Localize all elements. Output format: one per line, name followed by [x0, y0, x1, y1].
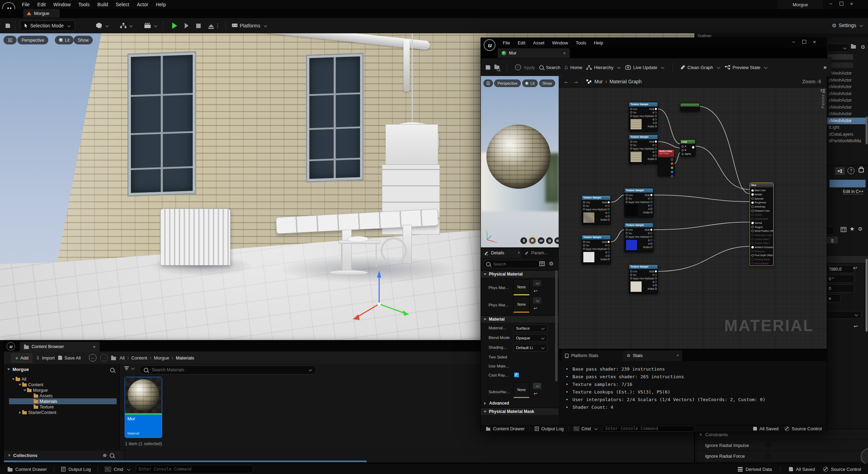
platforms-dropdown[interactable]: Platforms — [240, 23, 268, 28]
viewport-options-menu[interactable] — [3, 36, 17, 44]
section-advanced[interactable]: Advanced — [484, 401, 509, 406]
output-log-button[interactable]: Output Log — [535, 426, 564, 431]
tree-item-all[interactable]: All — [12, 376, 26, 382]
tab-platform-stats[interactable]: Platform Stats — [561, 350, 627, 361]
section-material[interactable]: Material — [481, 315, 561, 323]
material-domain-dropdown[interactable]: Surface — [514, 324, 548, 332]
outliner-row[interactable]: cMeshActor — [827, 97, 866, 104]
outliner-row[interactable]: cMeshActor — [827, 104, 866, 111]
material-output-pin[interactable]: Ambient Occlusion — [751, 245, 773, 249]
home-button[interactable]: ⌂ Home — [565, 64, 582, 70]
source-control-button[interactable]: Source Control — [823, 467, 861, 472]
vertex-color-r-pin[interactable] — [671, 162, 673, 165]
menu-item[interactable]: Tools — [572, 40, 590, 45]
material-output-pin[interactable]: Pixel Depth Offset — [751, 253, 773, 257]
material-output-pin[interactable]: Subsurface Color — [751, 233, 773, 237]
minimize-button[interactable]: − — [826, 1, 836, 7]
blend-mode-dropdown[interactable]: Opaque — [514, 334, 548, 342]
outliner-row[interactable]: cMeshActor — [827, 70, 866, 77]
blueprint-button[interactable] — [835, 167, 845, 175]
shape-sphere-button[interactable] — [529, 237, 536, 244]
ignore-radial-impulse-checkbox[interactable] — [765, 442, 771, 448]
tab-stats[interactable]: ⚙ Stats × — [623, 350, 682, 361]
add-collection-icon[interactable]: ⊕ — [103, 452, 107, 458]
outliner-row[interactable]: dPartitionMiniMa — [827, 138, 866, 145]
details-scrollbar[interactable] — [555, 270, 558, 381]
material-output-pin[interactable]: Custom Data 1 — [751, 241, 773, 245]
menu-item[interactable]: Help — [590, 40, 607, 45]
outliner-row[interactable]: cMeshActor — [827, 77, 866, 84]
tree-item-materials[interactable]: Materials — [34, 399, 57, 404]
material-output-pin[interactable]: Front Material — [751, 261, 773, 265]
help-icon[interactable]: ? — [848, 167, 854, 174]
asset-tile-mur[interactable]: Mur Material — [125, 377, 162, 438]
close-icon[interactable]: × — [93, 345, 95, 349]
chevron-down-icon[interactable] — [309, 368, 312, 371]
outliner-row[interactable]: cMeshActor — [827, 111, 866, 118]
lit-dropdown[interactable]: Lit — [55, 36, 74, 44]
play-button[interactable] — [172, 23, 177, 29]
tab-details[interactable]: Details × — [481, 248, 523, 258]
outliner-row[interactable]: cMeshActor — [827, 84, 866, 91]
subsurface-dropdown-arrow[interactable] — [533, 383, 541, 389]
sources-header[interactable]: Morgue — [7, 367, 29, 372]
material-output-pin[interactable]: Tangent — [751, 225, 773, 229]
show-dropdown[interactable]: Show — [74, 36, 93, 44]
output-log-button[interactable]: Output Log — [61, 467, 91, 472]
menu-item[interactable]: Edit — [514, 40, 529, 45]
lock-icon[interactable] — [859, 168, 864, 172]
close-icon[interactable]: × — [677, 354, 679, 357]
search-assets-input[interactable] — [151, 367, 305, 373]
texture-sample-node[interactable]: Texture SampleUVsTexApply View MipBiasRG… — [629, 102, 658, 132]
material-preview-viewport[interactable]: Perspective Lit Show zx — [481, 76, 559, 247]
use-selected-asset-icon[interactable]: ↩ — [534, 306, 537, 311]
chevron-down-icon[interactable] — [105, 24, 109, 27]
chevron-down-icon[interactable] — [154, 24, 157, 27]
vertex-color-a-pin[interactable] — [671, 175, 673, 177]
search-sources-icon[interactable] — [110, 368, 115, 372]
material-output-pin[interactable]: Emissive Color — [751, 209, 773, 213]
material-output-pin[interactable]: Metallic — [751, 193, 773, 197]
material-output-pin[interactable]: Refraction — [751, 249, 773, 253]
material-graph-canvas[interactable]: ← → Mur › Material Graph Zoom -5 Palette… — [559, 76, 827, 349]
revert-icon[interactable]: ↩ — [853, 265, 857, 271]
perspective-dropdown[interactable]: Perspective — [17, 36, 48, 44]
minimize-button[interactable]: − — [788, 39, 799, 45]
menu-item[interactable]: Build — [93, 2, 112, 7]
menu-item[interactable]: Help — [152, 2, 170, 7]
forward-button[interactable]: → — [100, 354, 108, 362]
blueprints-icon[interactable] — [120, 23, 127, 29]
close-icon[interactable]: × — [518, 251, 520, 255]
apply-button[interactable]: ✓ Apply — [515, 64, 535, 70]
vertex-color-g-pin[interactable] — [671, 167, 673, 169]
outliner-row[interactable]: cMeshActor — [827, 118, 866, 125]
collections-section[interactable]: Collections ⊕ — [4, 450, 125, 460]
search-assets-box[interactable] — [140, 365, 316, 374]
preview-perspective-dropdown[interactable]: Perspective — [494, 79, 521, 87]
selection-mode-dropdown[interactable]: Selection Mode — [20, 20, 75, 31]
details-search-pill[interactable] — [827, 226, 834, 235]
texture-sample-node[interactable]: Texture SampleUVsTexApply View MipBiasRG… — [629, 135, 658, 164]
toolbar-overflow-icon[interactable]: » — [824, 64, 827, 71]
reroute-node[interactable] — [680, 103, 700, 111]
details-settings-icon[interactable]: ⚙ — [858, 226, 862, 231]
edit-in-cpp-link[interactable]: Edit in C++ — [843, 189, 863, 194]
import-button[interactable]: ⇩ Import — [36, 355, 55, 361]
material-tab-mur[interactable]: Mur × — [498, 48, 570, 58]
browse-to-asset-icon[interactable] — [494, 64, 499, 70]
add-actor-icon[interactable]: + — [95, 22, 103, 29]
details-search-box[interactable] — [483, 260, 540, 268]
details-settings-icon[interactable]: ⚙ — [549, 261, 553, 266]
vertex-color-pin[interactable] — [671, 158, 673, 161]
menu-item[interactable]: File — [18, 2, 34, 7]
material-output-pin[interactable]: Base Color — [751, 188, 773, 193]
all-saved-button[interactable]: All Saved — [753, 426, 778, 431]
transform-x-field[interactable]: 7880,0 — [826, 265, 854, 273]
cmd-dropdown[interactable]: >_ Cmd — [574, 426, 598, 431]
close-icon[interactable]: × — [564, 51, 566, 55]
favorites-star-icon[interactable]: ★ — [850, 226, 854, 232]
tab-parameters[interactable]: Param... — [521, 248, 559, 258]
console-command-input[interactable] — [136, 465, 253, 473]
mobility-dropdown[interactable] — [826, 311, 861, 319]
cmd-dropdown[interactable]: >_ Cmd — [105, 467, 131, 472]
